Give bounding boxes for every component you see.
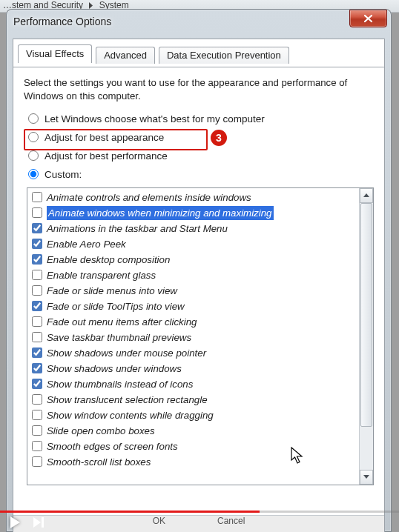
list-item-label: Smooth-scroll list boxes (47, 455, 151, 469)
scroll-down-button[interactable] (360, 470, 373, 485)
list-item[interactable]: Fade or slide menus into view (27, 283, 359, 299)
radio-best-performance[interactable]: Adjust for best performance (28, 150, 374, 162)
list-item[interactable]: Show window contents while dragging (27, 408, 359, 423)
tab-label: Data Execution Prevention (167, 50, 281, 61)
list-item-checkbox[interactable] (32, 363, 42, 373)
list-item-label: Fade or slide menus into view (47, 284, 177, 298)
list-item[interactable]: Slide open combo boxes (27, 423, 359, 439)
radio-input[interactable] (28, 150, 39, 161)
list-item-label: Show translucent selection rectangle (47, 393, 208, 407)
list-item-checkbox[interactable] (32, 441, 42, 451)
close-button[interactable] (349, 10, 387, 27)
list-item-checkbox[interactable] (32, 301, 42, 311)
radio-input[interactable] (28, 132, 39, 142)
list-item-checkbox[interactable] (32, 254, 42, 265)
list-item-checkbox[interactable] (32, 207, 42, 218)
radio-label: Let Windows choose what's best for my co… (44, 113, 265, 124)
list-item-checkbox[interactable] (32, 425, 42, 436)
chevron-down-icon (363, 475, 369, 479)
list-body[interactable]: Animate controls and elements inside win… (27, 188, 359, 485)
list-item[interactable]: Enable Aero Peek (27, 236, 359, 252)
performance-options-window: Performance Options Visual Effects Advan… (6, 9, 392, 532)
list-item[interactable]: Enable transparent glass (27, 267, 359, 283)
list-item-label: Show shadows under mouse pointer (47, 346, 206, 360)
list-item-label: Animate controls and elements inside win… (47, 190, 251, 205)
list-item[interactable]: Show thumbnails instead of icons (27, 376, 359, 392)
list-item-checkbox[interactable] (32, 410, 42, 420)
instruction-text: Select the settings you want to use for … (24, 76, 374, 103)
list-item-checkbox[interactable] (32, 192, 42, 202)
list-item[interactable]: Show shadows under mouse pointer (27, 345, 359, 361)
callout-badge: 3 (211, 130, 227, 146)
radio-input[interactable] (28, 113, 39, 124)
list-item-label: Animations in the taskbar and Start Menu (47, 222, 228, 236)
scroll-thumb[interactable] (360, 203, 372, 427)
window-title: Performance Options (13, 16, 111, 27)
radio-best-appearance[interactable]: Adjust for best appearance 3 (28, 132, 374, 143)
list-item[interactable]: Show translucent selection rectangle (27, 392, 359, 408)
list-item[interactable]: Animations in the taskbar and Start Menu (27, 221, 359, 236)
video-controls (0, 513, 399, 532)
play-icon[interactable] (10, 516, 20, 528)
list-item[interactable]: Fade out menu items after clicking (27, 314, 359, 330)
list-item-checkbox[interactable] (32, 285, 42, 296)
list-item-label: Enable transparent glass (47, 268, 156, 282)
client-area: Visual Effects Advanced Data Execution P… (13, 39, 385, 532)
list-item-label: Show thumbnails instead of icons (47, 377, 193, 391)
radio-label: Adjust for best appearance (44, 132, 164, 143)
list-item-label: Enable Aero Peek (47, 237, 126, 251)
list-item[interactable]: Show shadows under windows (27, 361, 359, 376)
tab-dep[interactable]: Data Execution Prevention (159, 47, 289, 64)
list-item[interactable]: Smooth edges of screen fonts (27, 439, 359, 454)
list-item-label: Enable desktop composition (47, 253, 170, 267)
callout-number: 3 (216, 132, 222, 144)
radio-label: Custom: (44, 169, 82, 180)
list-item-label: Fade or slide ToolTips into view (47, 299, 185, 313)
list-item-checkbox[interactable] (32, 379, 42, 389)
list-item-label: Save taskbar thumbnail previews (47, 330, 191, 345)
list-item-label: Show shadows under windows (47, 362, 182, 376)
list-item-label: Slide open combo boxes (47, 424, 155, 438)
tab-label: Advanced (104, 50, 147, 61)
list-item-checkbox[interactable] (32, 270, 42, 280)
radio-custom[interactable]: Custom: (28, 169, 374, 180)
list-item[interactable]: Fade or slide ToolTips into view (27, 299, 359, 314)
next-icon[interactable] (33, 517, 44, 528)
list-item-checkbox[interactable] (32, 239, 42, 249)
list-item[interactable]: Animate controls and elements inside win… (27, 190, 359, 205)
radio-input[interactable] (28, 169, 39, 179)
tab-strip: Visual Effects Advanced Data Execution P… (13, 39, 384, 67)
scrollbar[interactable] (359, 188, 373, 485)
scroll-up-button[interactable] (360, 188, 373, 203)
tab-advanced[interactable]: Advanced (96, 47, 155, 64)
list-item[interactable]: Enable desktop composition (27, 252, 359, 267)
list-item-label: Show window contents while dragging (47, 408, 214, 422)
list-item-label: Animate windows when minimizing and maxi… (47, 206, 274, 220)
tab-body: Select the settings you want to use for … (13, 67, 384, 491)
list-item-checkbox[interactable] (32, 332, 42, 342)
title-bar[interactable]: Performance Options (6, 9, 392, 34)
list-item-checkbox[interactable] (32, 394, 42, 405)
chevron-up-icon (363, 193, 369, 197)
tab-label: Visual Effects (26, 48, 84, 59)
tab-visual-effects[interactable]: Visual Effects (18, 44, 92, 63)
list-item-checkbox[interactable] (32, 316, 42, 327)
visual-effects-list: Animate controls and elements inside win… (27, 187, 374, 485)
list-item-checkbox[interactable] (32, 456, 42, 467)
list-item[interactable]: Save taskbar thumbnail previews (27, 330, 359, 345)
list-item[interactable]: Animate windows when minimizing and maxi… (27, 205, 359, 221)
close-icon (363, 14, 373, 23)
list-item-label: Smooth edges of screen fonts (47, 439, 178, 453)
list-item-label: Fade out menu items after clicking (47, 315, 197, 329)
radio-label: Adjust for best performance (44, 150, 168, 162)
list-item-checkbox[interactable] (32, 223, 42, 233)
radio-let-windows[interactable]: Let Windows choose what's best for my co… (28, 113, 374, 124)
list-item-checkbox[interactable] (32, 348, 42, 358)
list-item[interactable]: Smooth-scroll list boxes (27, 454, 359, 470)
